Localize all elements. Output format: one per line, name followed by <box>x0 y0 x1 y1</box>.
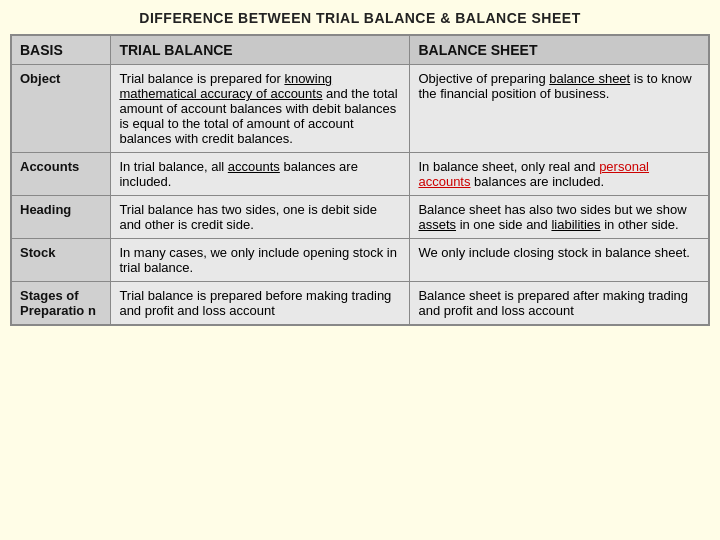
comparison-table: BASIS TRIAL BALANCE BALANCE SHEET Object… <box>10 34 710 326</box>
trial-heading: Trial balance has two sides, one is debi… <box>111 196 410 239</box>
balance-object-text: Objective of preparing balance sheet is … <box>418 71 691 101</box>
header-trial: TRIAL BALANCE <box>111 35 410 65</box>
trial-accounts: In trial balance, all accounts balances … <box>111 153 410 196</box>
balance-heading: Balance sheet has also two sides but we … <box>410 196 709 239</box>
basis-stock: Stock <box>11 239 111 282</box>
balance-heading-text: Balance sheet has also two sides but we … <box>418 202 686 232</box>
table-row: Stock In many cases, we only include ope… <box>11 239 709 282</box>
table-row: Heading Trial balance has two sides, one… <box>11 196 709 239</box>
basis-object: Object <box>11 65 111 153</box>
header-basis: BASIS <box>11 35 111 65</box>
trial-object-text: Trial balance is prepared for knowing ma… <box>119 71 397 146</box>
balance-accounts-text: In balance sheet, only real and personal… <box>418 159 649 189</box>
balance-accounts: In balance sheet, only real and personal… <box>410 153 709 196</box>
trial-stock-text: In many cases, we only include opening s… <box>119 245 397 275</box>
table-row: Stages of Preparatio n Trial balance is … <box>11 282 709 326</box>
balance-stages-text: Balance sheet is prepared after making t… <box>418 288 688 318</box>
basis-stages: Stages of Preparatio n <box>11 282 111 326</box>
trial-object: Trial balance is prepared for knowing ma… <box>111 65 410 153</box>
basis-accounts: Accounts <box>11 153 111 196</box>
header-balance: BALANCE SHEET <box>410 35 709 65</box>
table-row: Object Trial balance is prepared for kno… <box>11 65 709 153</box>
balance-stock-text: We only include closing stock in balance… <box>418 245 689 260</box>
balance-object: Objective of preparing balance sheet is … <box>410 65 709 153</box>
balance-stages: Balance sheet is prepared after making t… <box>410 282 709 326</box>
basis-heading: Heading <box>11 196 111 239</box>
trial-accounts-text: In trial balance, all accounts balances … <box>119 159 358 189</box>
trial-stock: In many cases, we only include opening s… <box>111 239 410 282</box>
table-row: Accounts In trial balance, all accounts … <box>11 153 709 196</box>
balance-stock: We only include closing stock in balance… <box>410 239 709 282</box>
page-title: DIFFERENCE BETWEEN TRIAL BALANCE & BALAN… <box>139 10 580 26</box>
trial-stages-text: Trial balance is prepared before making … <box>119 288 391 318</box>
trial-heading-text: Trial balance has two sides, one is debi… <box>119 202 377 232</box>
trial-stages: Trial balance is prepared before making … <box>111 282 410 326</box>
